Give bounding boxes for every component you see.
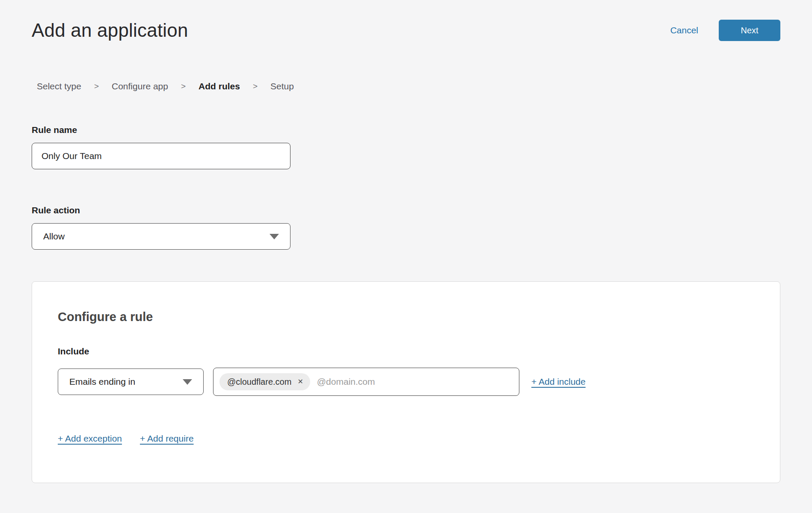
breadcrumb-step-configure-app[interactable]: Configure app	[112, 81, 168, 91]
add-application-page: Add an application Cancel Next Select ty…	[0, 20, 812, 483]
domain-entry-input[interactable]	[317, 377, 513, 387]
header-actions: Cancel Next	[670, 20, 780, 41]
include-selector-select[interactable]: Emails ending in	[58, 369, 204, 395]
rule-action-select[interactable]: Allow	[32, 223, 290, 250]
breadcrumb-step-select-type[interactable]: Select type	[37, 81, 81, 91]
include-rule-row: Emails ending in @cloudflare.com ✕ + Add…	[58, 368, 754, 396]
rule-action-label: Rule action	[32, 205, 780, 215]
email-domain-tag: @cloudflare.com ✕	[219, 373, 310, 390]
tag-value: @cloudflare.com	[227, 377, 291, 387]
rule-action-selected-value: Allow	[43, 231, 65, 242]
remove-tag-icon[interactable]: ✕	[297, 378, 303, 385]
rule-name-label: Rule name	[32, 125, 780, 135]
add-require-link[interactable]: + Add require	[140, 433, 194, 444]
cancel-button[interactable]: Cancel	[670, 25, 698, 35]
page-header: Add an application Cancel Next	[32, 20, 780, 41]
breadcrumb-step-setup[interactable]: Setup	[270, 81, 294, 91]
include-label: Include	[58, 346, 754, 357]
card-heading: Configure a rule	[58, 310, 754, 324]
breadcrumb-step-add-rules[interactable]: Add rules	[199, 81, 240, 91]
page-title: Add an application	[32, 20, 188, 41]
rule-links-row: + Add exception + Add require	[58, 433, 754, 444]
caret-down-icon	[183, 379, 192, 385]
next-button[interactable]: Next	[719, 20, 780, 41]
breadcrumb-separator-icon: >	[181, 82, 186, 91]
breadcrumb-separator-icon: >	[253, 82, 258, 91]
caret-down-icon	[270, 234, 279, 239]
add-exception-link[interactable]: + Add exception	[58, 433, 122, 444]
email-domain-tag-input[interactable]: @cloudflare.com ✕	[213, 368, 519, 396]
configure-rule-card: Configure a rule Include Emails ending i…	[32, 281, 780, 483]
breadcrumb: Select type > Configure app > Add rules …	[37, 81, 780, 91]
include-selector-value: Emails ending in	[69, 377, 135, 387]
add-include-link[interactable]: + Add include	[531, 377, 586, 387]
breadcrumb-separator-icon: >	[94, 82, 99, 91]
rule-name-input[interactable]	[32, 143, 290, 169]
